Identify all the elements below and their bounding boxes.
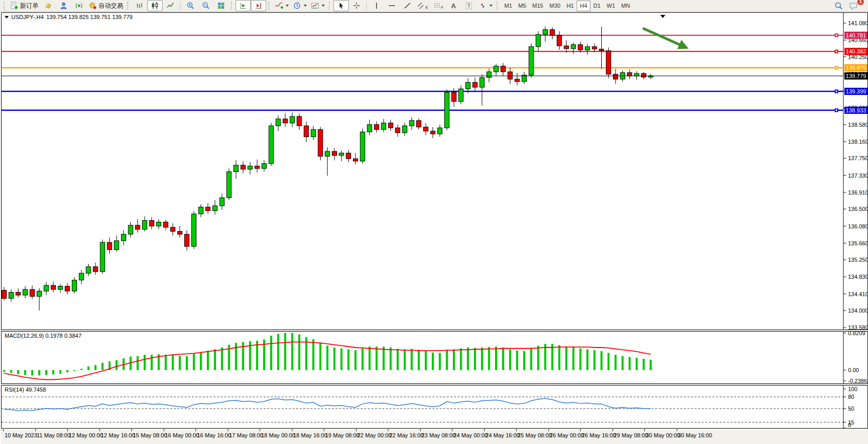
timeframe-button-w1[interactable]: W1 — [604, 1, 619, 11]
date-tick — [195, 429, 196, 431]
date-label: 12 May 00:00 — [69, 432, 103, 438]
date-label: 16 May 00:00 — [165, 432, 200, 438]
timeframe-button-h1[interactable]: H1 — [563, 1, 577, 11]
timeframe-button-m5[interactable]: M5 — [515, 1, 529, 11]
price-tick-label: 141.080 — [848, 20, 867, 26]
vertical-line-icon — [373, 2, 380, 10]
search-icon — [834, 2, 843, 10]
timeframe-button-h4[interactable]: H4 — [577, 1, 590, 11]
date-tick — [356, 429, 357, 431]
bar-chart-button[interactable] — [132, 0, 147, 11]
collapse-triangle-icon[interactable] — [5, 16, 9, 18]
macd-axis-label: 0.8209 — [848, 332, 865, 336]
toolbar-separator — [180, 2, 181, 10]
timeframe-button-d1[interactable]: D1 — [590, 1, 604, 11]
price-tick-label: 138.160 — [848, 139, 867, 145]
rsi-canvas[interactable]: 1008050150 — [2, 385, 867, 428]
signal-button[interactable] — [71, 0, 87, 11]
date-label: 16 May 16:00 — [197, 432, 231, 438]
candlestick-chart-button[interactable] — [147, 0, 163, 11]
search-button[interactable] — [831, 0, 846, 11]
price-chart-canvas[interactable]: 141.080140.660140.250139.830139.410138.9… — [2, 13, 867, 330]
auto-scroll-button[interactable] — [235, 0, 251, 11]
date-tick — [452, 429, 452, 431]
price-level-badge: 139.979 — [846, 65, 866, 71]
timeframe-button-m30[interactable]: M30 — [546, 1, 563, 11]
timeframe-button-mn[interactable]: MN — [618, 1, 633, 11]
profile-button[interactable] — [56, 0, 71, 11]
new-order-label: 新订单 — [20, 2, 38, 10]
text-label-tool-button[interactable]: T — [461, 0, 477, 11]
periods-button[interactable] — [291, 0, 309, 11]
date-label: 19 May 08:00 — [325, 432, 360, 438]
date-tick — [292, 429, 292, 431]
text-tool-button[interactable]: A — [446, 0, 461, 11]
arrows-tool-button[interactable] — [477, 0, 495, 11]
cursor-button[interactable] — [333, 0, 349, 11]
date-axis[interactable]: 10 May 202311 May 08:0012 May 00:0012 Ma… — [1, 429, 868, 444]
vertical-line-tool-button[interactable] — [369, 0, 384, 11]
indicators-button[interactable] — [273, 0, 291, 11]
current-price-badge: 139.779 — [846, 73, 866, 79]
channel-tool-button[interactable]: E — [415, 0, 430, 11]
date-tick — [324, 429, 324, 431]
price-pane[interactable]: 141.080140.660140.250139.830139.410138.9… — [1, 12, 868, 330]
price-tick-label: 137.330 — [848, 172, 867, 179]
rsi-axis-label: 80 — [848, 394, 854, 400]
gold-styler-icon — [44, 2, 52, 10]
price-level-badge: 138.933 — [846, 107, 866, 113]
macd-axis-label: -0.2386 — [848, 378, 867, 383]
styler-button[interactable] — [41, 0, 56, 11]
channel-icon — [417, 2, 425, 10]
tile-windows-button[interactable] — [213, 0, 229, 11]
timeframe-button-m15[interactable]: M15 — [529, 1, 546, 11]
chart-shift-icon — [254, 2, 263, 10]
date-tick — [228, 429, 228, 431]
templates-icon — [311, 2, 319, 10]
price-tick-label: 134.410 — [848, 291, 867, 297]
zoom-in-button[interactable] — [183, 0, 198, 11]
rsi-axis-label: 100 — [848, 386, 857, 392]
toolbar-grip[interactable] — [268, 2, 271, 10]
rsi-pane[interactable]: 1008050150 RSI(14) 49.7458 — [1, 385, 868, 429]
date-label: 22 May 16:00 — [389, 432, 424, 438]
chart-shift-button[interactable] — [251, 0, 266, 11]
bar-chart-icon — [135, 2, 144, 10]
date-label: 15 May 08:00 — [133, 432, 167, 438]
date-label: 29 May 08:00 — [614, 432, 648, 438]
macd-canvas[interactable]: 0.82090.00-0.2386 — [2, 332, 867, 383]
price-tick-label: 134.000 — [848, 307, 867, 314]
line-chart-button[interactable] — [163, 0, 178, 11]
date-label: 12 May 16:00 — [101, 432, 135, 438]
dropdown-caret-icon — [286, 5, 289, 7]
toolbar-grip[interactable] — [127, 2, 130, 10]
chat-button[interactable]: 1 — [846, 0, 861, 11]
channel-glyph: E — [425, 5, 428, 10]
toolbar-grip[interactable] — [329, 2, 331, 10]
dropdown-caret-icon — [489, 5, 492, 7]
autotrade-button[interactable]: 自动交易 — [87, 0, 125, 11]
fibonacci-tool-button[interactable]: F — [430, 0, 446, 11]
crosshair-icon — [352, 2, 361, 10]
date-tick — [677, 429, 677, 431]
templates-button[interactable] — [309, 0, 327, 11]
trendline-tool-button[interactable] — [400, 0, 415, 11]
date-label: 26 May 16:00 — [582, 432, 616, 438]
date-label: 18 May 16:00 — [293, 432, 328, 438]
horizontal-line-tool-button[interactable] — [384, 0, 400, 11]
toolbar-separator — [366, 2, 367, 10]
toolbar-grip[interactable] — [497, 2, 499, 10]
autotrade-label: 自动交易 — [98, 2, 123, 10]
date-label: 25 May 08:00 — [518, 432, 552, 438]
zoom-out-button[interactable] — [198, 0, 213, 11]
macd-pane[interactable]: 0.82090.00-0.2386 MACD(12,26,9) 0.1978 0… — [1, 331, 868, 384]
text-label-icon: T — [466, 2, 472, 9]
rsi-axis-label: 50 — [848, 406, 854, 412]
date-tick — [100, 429, 100, 431]
zoom-in-icon — [186, 2, 194, 10]
crosshair-button[interactable] — [349, 0, 364, 11]
toolbar-grip[interactable] — [231, 2, 233, 10]
new-order-button[interactable]: 新订单 — [8, 0, 41, 11]
toolbar-grip[interactable] — [4, 2, 6, 10]
timeframe-button-m1[interactable]: M1 — [501, 1, 515, 11]
